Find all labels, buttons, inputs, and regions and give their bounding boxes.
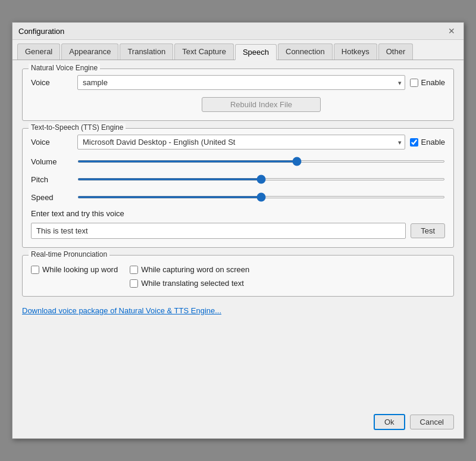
pitch-row: Pitch: [31, 172, 445, 186]
test-text-row: Test: [31, 223, 445, 239]
close-button[interactable]: ✕: [446, 26, 458, 36]
volume-row: Volume: [31, 154, 445, 169]
real-time-col-right: While capturing word on screen While tra…: [130, 265, 249, 288]
tab-translation[interactable]: Translation: [120, 43, 173, 60]
tts-enable-label[interactable]: Enable: [410, 138, 445, 147]
tts-voice-label: Voice: [31, 138, 73, 147]
while-translating-label[interactable]: While translating selected text: [130, 279, 249, 288]
while-looking-up-checkbox[interactable]: [31, 266, 39, 274]
speed-row: Speed: [31, 190, 445, 204]
volume-label: Volume: [31, 157, 73, 166]
real-time-group: Real-time Pronunciation While looking up…: [22, 255, 454, 297]
window-title: Configuration: [18, 27, 64, 36]
natural-voice-enable-label[interactable]: Enable: [410, 78, 445, 87]
natural-voice-label: Voice: [31, 78, 73, 87]
footer: Ok Cancel: [12, 408, 464, 438]
rebuild-wrapper: Rebuild Index File: [31, 95, 445, 112]
while-capturing-label[interactable]: While capturing word on screen: [130, 265, 249, 274]
tab-appearance[interactable]: Appearance: [61, 43, 118, 60]
enter-text-section: Enter text and try this voice Test: [31, 209, 445, 239]
tab-text-capture[interactable]: Text Capture: [174, 43, 234, 60]
enter-text-label: Enter text and try this voice: [31, 209, 445, 218]
tts-group: Text-to-Speech (TTS) Engine Voice Micros…: [22, 128, 454, 248]
natural-voice-row: Voice sample ▾ Enable: [31, 75, 445, 90]
tab-speech[interactable]: Speech: [235, 44, 277, 60]
real-time-title: Real-time Pronunciation: [29, 250, 109, 258]
configuration-window: Configuration ✕ General Appearance Trans…: [12, 22, 464, 439]
tab-general[interactable]: General: [17, 43, 60, 60]
tab-connection[interactable]: Connection: [278, 43, 333, 60]
pitch-slider-wrapper: [77, 172, 445, 186]
speed-label: Speed: [31, 193, 73, 202]
tts-voice-select[interactable]: Microsoft David Desktop - English (Unite…: [77, 135, 405, 149]
natural-voice-select-wrapper: sample ▾: [77, 75, 405, 90]
title-bar: Configuration ✕: [12, 23, 464, 40]
tts-enable-text: Enable: [421, 138, 445, 147]
natural-voice-enable-text: Enable: [421, 78, 445, 87]
tts-enable-checkbox[interactable]: [410, 138, 418, 147]
while-translating-text: While translating selected text: [141, 279, 244, 288]
pitch-slider[interactable]: [77, 178, 445, 180]
download-link[interactable]: Download voice package of Natural Voice …: [22, 306, 454, 315]
ok-button[interactable]: Ok: [374, 414, 405, 430]
natural-voice-select[interactable]: sample: [77, 75, 405, 90]
content-area: Natural Voice Engine Voice sample ▾ Enab…: [12, 60, 464, 408]
speed-slider[interactable]: [77, 196, 445, 198]
tab-hotkeys[interactable]: Hotkeys: [334, 43, 377, 60]
while-translating-checkbox[interactable]: [130, 279, 138, 288]
tts-voice-select-wrapper: Microsoft David Desktop - English (Unite…: [77, 135, 405, 149]
pitch-label: Pitch: [31, 175, 73, 184]
real-time-cols: While looking up word While capturing wo…: [31, 265, 445, 288]
volume-slider[interactable]: [77, 160, 445, 163]
natural-voice-title: Natural Voice Engine: [29, 64, 100, 72]
natural-voice-group: Natural Voice Engine Voice sample ▾ Enab…: [22, 68, 454, 121]
tts-title: Text-to-Speech (TTS) Engine: [29, 123, 126, 132]
real-time-col-left: While looking up word: [31, 265, 118, 288]
test-text-input[interactable]: [31, 223, 406, 239]
rebuild-index-button[interactable]: Rebuild Index File: [202, 97, 321, 112]
tab-other[interactable]: Other: [378, 43, 414, 60]
while-capturing-checkbox[interactable]: [130, 266, 138, 274]
cancel-button[interactable]: Cancel: [410, 415, 454, 429]
while-capturing-text: While capturing word on screen: [141, 265, 249, 274]
natural-voice-enable-checkbox[interactable]: [410, 79, 418, 87]
tts-voice-row: Voice Microsoft David Desktop - English …: [31, 135, 445, 149]
speed-slider-wrapper: [77, 190, 445, 204]
volume-slider-wrapper: [77, 154, 445, 169]
while-looking-up-label[interactable]: While looking up word: [31, 265, 118, 274]
while-looking-up-text: While looking up word: [42, 265, 118, 274]
tab-bar: General Appearance Translation Text Capt…: [12, 40, 464, 60]
test-button[interactable]: Test: [411, 223, 445, 238]
